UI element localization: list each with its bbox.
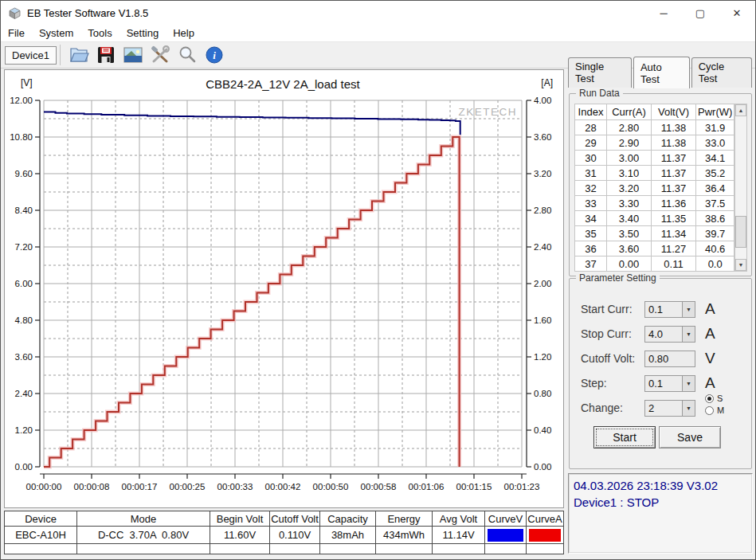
stop-curr-unit: A [705,325,715,343]
step-value: 0.1 [645,378,682,390]
results-tbody: EBC-A10HD-CC 3.70A 0.80V11.60V0.110V38mA… [5,527,564,554]
run-data-row[interactable]: 282.8011.3831.9 [575,120,734,135]
results-table: Device Mode Begin Volt Cutoff Volt Capac… [4,511,564,554]
svg-text:4.00: 4.00 [534,96,551,105]
menu-setting[interactable]: Setting [119,25,166,41]
svg-text:00:00:08: 00:00:08 [74,482,110,491]
menubar: File System Tools Setting Help [1,25,755,42]
minimize-button[interactable]: ─ [645,1,682,25]
close-button[interactable]: ✕ [719,1,755,25]
svg-text:4.80: 4.80 [15,315,33,325]
res-col-mode: Mode [77,511,210,527]
change-value: 2 [645,402,682,414]
radio-seconds[interactable]: S [705,394,724,403]
svg-text:2.80: 2.80 [534,206,551,215]
res-col-device: Device [5,511,77,527]
chevron-down-icon[interactable]: ▼ [682,376,695,391]
open-file-button[interactable] [65,43,92,67]
stop-curr-value: 4.0 [645,328,682,340]
change-combo[interactable]: 2 ▼ [644,400,695,417]
info-button[interactable]: i [201,43,228,67]
svg-text:1.20: 1.20 [534,352,551,362]
device-tab[interactable]: Device1 [5,46,57,65]
chevron-down-icon[interactable]: ▼ [682,401,695,416]
run-data-row[interactable]: 353.5011.3439.7 [575,226,734,241]
zoom-icon [177,45,198,65]
tab-auto-test[interactable]: Auto Test [633,57,690,88]
export-image-icon [123,45,143,65]
svg-text:1.20: 1.20 [15,425,33,435]
run-data-scrollbar[interactable]: ▲ ▼ [734,104,747,272]
scroll-up-icon[interactable]: ▲ [735,104,746,116]
start-button[interactable]: Start [593,426,656,448]
svg-text:[V]: [V] [21,77,33,88]
save-button[interactable] [92,43,119,67]
run-data-row[interactable]: 343.4011.3538.6 [575,211,734,226]
res-col-cutoff-volt: Cutoff Volt [270,511,320,527]
scrollbar-thumb[interactable] [735,216,746,248]
step-combo[interactable]: 0.1 ▼ [644,375,695,392]
window-title: EB Tester Software V1.8.5 [27,7,148,19]
tab-cycle-test[interactable]: Cycle Test [691,57,752,88]
start-curr-label: Start Curr: [581,303,633,315]
svg-text:8.40: 8.40 [15,206,33,215]
scroll-down-icon[interactable]: ▼ [735,259,746,271]
run-data-row[interactable]: 333.3011.3637.5 [575,196,734,211]
svg-text:2.00: 2.00 [534,279,551,288]
start-curr-value: 0.1 [645,303,682,315]
maximize-button[interactable]: ▢ [682,1,719,25]
zoom-button[interactable] [174,43,201,67]
status-box: 04.03.2026 23:18:39 V3.02 Device1 : STOP [568,473,753,554]
radio-minutes-label: M [717,405,724,415]
menu-system[interactable]: System [32,25,80,41]
curve-color-swatch [529,529,561,542]
menu-help[interactable]: Help [166,25,202,41]
svg-text:10.80: 10.80 [10,132,33,142]
stop-curr-combo[interactable]: 4.0 ▼ [644,326,695,343]
export-image-button[interactable] [119,43,147,67]
chevron-down-icon[interactable]: ▼ [682,327,695,342]
run-data-row[interactable]: 323.2011.3736.4 [575,181,734,196]
res-col-curve-a: CurveA [527,511,564,527]
radio-icon [705,394,714,403]
svg-text:00:00:33: 00:00:33 [217,482,253,491]
svg-text:0.80: 0.80 [534,389,551,398]
menu-tools[interactable]: Tools [80,25,119,41]
info-icon: i [205,45,224,65]
run-data-row[interactable]: 313.1011.3735.2 [575,166,734,181]
svg-text:00:00:25: 00:00:25 [170,482,206,491]
parameter-setting-group: Parameter Setting Start Curr: 0.1 ▼ A St… [569,278,752,469]
chart-panel: 12.0010.809.608.407.206.004.803.602.401.… [4,69,564,508]
svg-text:0.00: 0.00 [534,462,551,472]
titlebar: EB Tester Software V1.8.5 ─ ▢ ✕ [1,1,755,25]
run-data-group-title: Run Data [576,88,623,99]
tools-button[interactable] [147,43,174,67]
svg-text:12.00: 12.00 [10,96,33,105]
app-icon [8,6,22,20]
run-data-tbody: 282.8011.3831.9292.9011.3833.0303.0011.3… [575,120,734,272]
res-col-capacity: Capacity [320,511,376,527]
svg-text:[A]: [A] [541,77,553,88]
svg-text:0.00: 0.00 [15,462,33,472]
run-data-row[interactable]: 363.6011.2740.6 [575,241,734,257]
radio-minutes[interactable]: M [705,405,724,415]
svg-text:1.60: 1.60 [534,315,551,325]
menu-file[interactable]: File [1,25,32,41]
start-curr-combo[interactable]: 0.1 ▼ [644,301,695,318]
svg-text:00:01:15: 00:01:15 [456,482,492,491]
tools-icon [150,45,170,65]
cutoff-volt-input[interactable]: 0.80 [644,350,695,367]
chevron-down-icon[interactable]: ▼ [682,302,695,317]
step-unit: A [705,374,715,392]
svg-text:00:00:50: 00:00:50 [313,482,349,491]
radio-icon [705,406,714,415]
run-data-row[interactable]: 292.9011.3833.0 [575,135,734,151]
run-data-col-volt: Volt(V) [652,104,696,120]
cutoff-volt-label: Cutoff Volt: [581,352,635,365]
run-data-row[interactable]: 303.0011.3734.1 [575,151,734,166]
load-test-chart: 12.0010.809.608.407.206.004.803.602.401.… [5,70,563,507]
curve-color-swatch [488,529,523,542]
tab-single-test[interactable]: Single Test [568,57,632,88]
run-data-row[interactable]: 370.000.110.0 [575,257,734,272]
save-button[interactable]: Save [659,426,721,448]
